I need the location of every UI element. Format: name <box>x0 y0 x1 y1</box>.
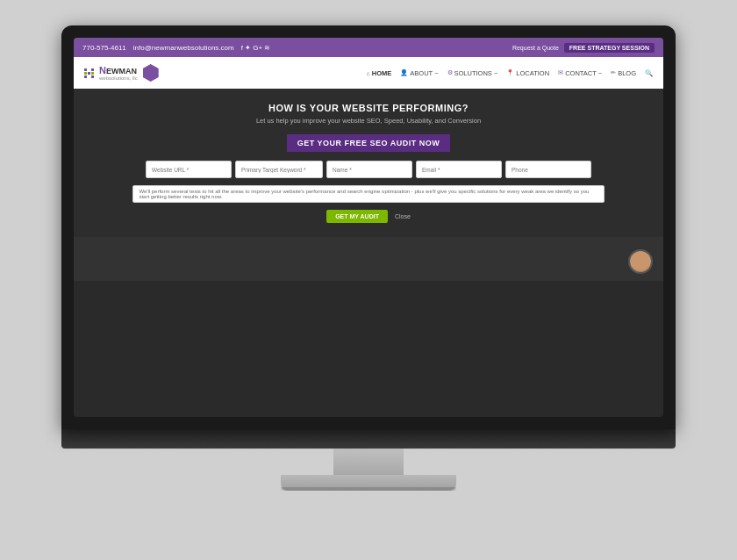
nav-bar: NEWMAN websolutions, llc ⌂ HOME 👤 ABOUT … <box>74 57 663 89</box>
blog-icon: ✏ <box>611 69 616 76</box>
monitor-chin <box>61 429 676 449</box>
home-icon: ⌂ <box>367 70 370 76</box>
avatar <box>628 249 653 274</box>
logo-brand-name: NEWMAN <box>99 66 138 75</box>
monitor-screen: 770-575-4611 info@newmanwebsolutions.com… <box>74 38 663 417</box>
monitor-base <box>281 475 456 491</box>
name-input[interactable] <box>326 161 412 178</box>
get-audit-button[interactable]: GET MY AUDIT <box>326 210 388 223</box>
phone-input[interactable] <box>505 161 591 178</box>
social-icons: f ✦ G+ ≋ <box>241 44 271 52</box>
nav-location[interactable]: 📍 LOCATION <box>506 69 549 77</box>
nav-solutions[interactable]: ⚙ SOLUTIONS ~ <box>447 69 498 77</box>
logo-area: NEWMAN websolutions, llc <box>84 64 159 82</box>
search-icon[interactable]: 🔍 <box>645 69 653 77</box>
location-icon: 📍 <box>506 69 514 76</box>
solutions-icon: ⚙ <box>447 69 453 76</box>
top-bar-left: 770-575-4611 info@newmanwebsolutions.com… <box>82 44 270 52</box>
nav-home[interactable]: ⌂ HOME <box>367 69 392 77</box>
main-content: HOW IS YOUR WEBSITE PERFORMING? Let us h… <box>74 89 663 237</box>
contact-icon: ✉ <box>558 69 563 76</box>
keyword-input[interactable] <box>235 161 323 178</box>
top-bar-right: Request a Quote FREE STRATEGY SESSION <box>512 43 655 53</box>
form-row-inputs <box>91 161 646 178</box>
avatar-image <box>630 251 651 272</box>
button-row: GET MY AUDIT Close <box>91 210 646 223</box>
email-input[interactable] <box>416 161 502 178</box>
form-body-text: We'll perform several tests to hit all t… <box>132 185 604 203</box>
about-icon: 👤 <box>400 69 408 76</box>
audit-banner: GET YOUR FREE SEO AUDIT NOW <box>287 134 451 152</box>
monitor-neck <box>333 449 404 475</box>
email-address: info@newmanwebsolutions.com <box>133 44 234 52</box>
nav-about[interactable]: 👤 ABOUT ~ <box>400 69 438 77</box>
logo-text: NEWMAN websolutions, llc <box>99 66 138 81</box>
screen-bottom <box>74 237 663 281</box>
nav-blog[interactable]: ✏ BLOG <box>611 69 636 77</box>
request-quote-link[interactable]: Request a Quote <box>512 45 559 51</box>
logo-shield-icon <box>143 64 159 82</box>
top-bar: 770-575-4611 info@newmanwebsolutions.com… <box>74 38 663 57</box>
monitor-wrapper: 770-575-4611 info@newmanwebsolutions.com… <box>53 25 684 535</box>
monitor-body: 770-575-4611 info@newmanwebsolutions.com… <box>61 25 676 429</box>
main-heading: HOW IS YOUR WEBSITE PERFORMING? <box>91 103 646 113</box>
website-url-input[interactable] <box>146 161 232 178</box>
logo-sub-text: websolutions, llc <box>99 75 138 81</box>
nav-contact[interactable]: ✉ CONTACT ~ <box>558 69 602 77</box>
free-strategy-button[interactable]: FREE STRATEGY SESSION <box>564 43 655 53</box>
nav-links: ⌂ HOME 👤 ABOUT ~ ⚙ SOLUTIONS ~ 📍 LOCATIO… <box>367 69 653 77</box>
main-subheading: Let us help you improve your website SEO… <box>91 117 646 125</box>
close-button[interactable]: Close <box>395 213 411 219</box>
pixel-logo <box>84 68 94 78</box>
phone-number: 770-575-4611 <box>82 44 126 52</box>
